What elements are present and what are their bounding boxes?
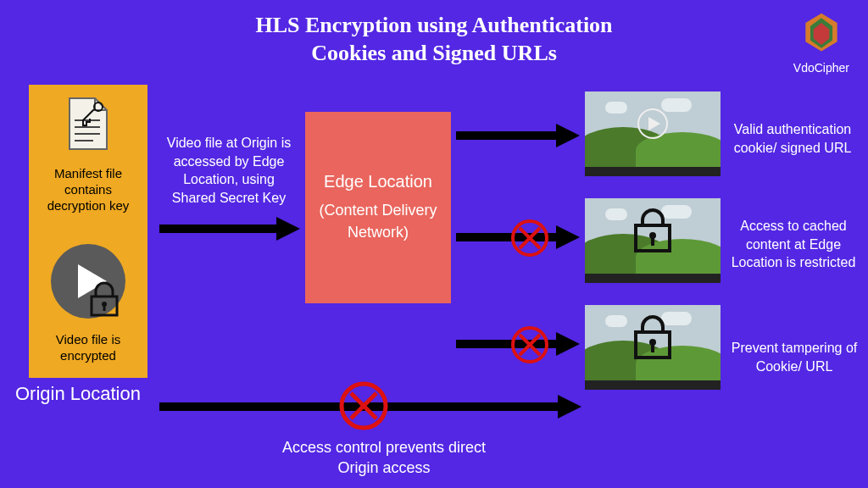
title-line-1: HLS Encryption using Authentication (255, 13, 612, 37)
title-line-2: Cookies and Signed URLs (311, 41, 557, 65)
svg-marker-22 (558, 395, 581, 419)
encrypted-video-icon (49, 242, 127, 320)
origin-to-edge-caption: Video file at Origin is accessed by Edge… (161, 134, 297, 207)
brand-name: VdoCipher (793, 61, 849, 75)
diagram-title: HLS Encryption using Authentication Cook… (0, 12, 868, 67)
block-icon (510, 219, 549, 258)
lock-icon (631, 207, 675, 258)
lock-icon (631, 313, 675, 364)
direct-origin-caption: Access control prevents direct Origin ac… (261, 437, 507, 479)
prevent-tampering-caption: Prevent tampering of Cookie/ URL (731, 339, 858, 375)
valid-auth-caption: Valid authentication cookie/ signed URL (729, 120, 856, 157)
video-thumbnail-valid (585, 92, 721, 176)
brand-logo-icon (798, 10, 845, 58)
svg-marker-16 (556, 124, 580, 147)
edge-subtitle: (Content Delivery Network) (315, 200, 441, 242)
block-icon (339, 381, 388, 430)
arrow-origin-to-edge (156, 214, 302, 244)
svg-marker-20 (556, 332, 580, 356)
play-icon (637, 108, 668, 142)
video-thumbnail-tamper (585, 305, 721, 390)
origin-location-label: Origin Location (15, 383, 141, 405)
edge-location-box: Edge Location (Content Delivery Network) (305, 112, 451, 303)
brand-block: VdoCipher (793, 10, 849, 75)
restricted-access-caption: Access to cached content at Edge Locatio… (727, 217, 860, 272)
svg-marker-14 (276, 217, 300, 241)
svg-marker-33 (648, 117, 660, 130)
video-encrypted-caption: Video file is encrypted (42, 332, 134, 364)
manifest-caption: Manifest file contains decryption key (41, 166, 136, 214)
video-thumbnail-restricted (585, 198, 721, 283)
svg-marker-18 (556, 225, 580, 249)
edge-title: Edge Location (324, 172, 432, 191)
manifest-file-icon (66, 95, 110, 152)
arrow-edge-to-thumb1 (453, 120, 581, 151)
block-icon (510, 325, 549, 364)
